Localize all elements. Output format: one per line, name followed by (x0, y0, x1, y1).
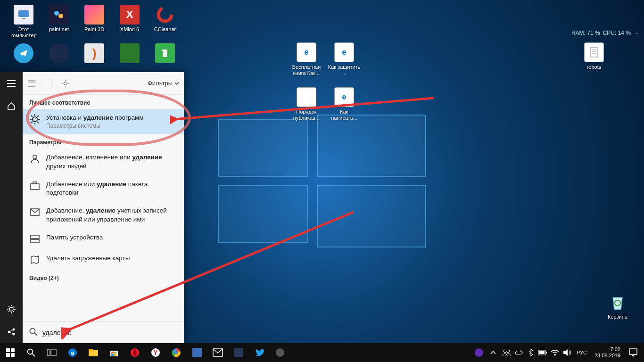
svg-point-76 (133, 349, 137, 356)
search-input[interactable] (42, 329, 177, 337)
result-add-remove-people[interactable]: Добавление, изменение или удаление други… (23, 148, 184, 175)
svg-point-39 (33, 117, 37, 122)
system-monitor-widget: RAM: 71 % CPU: 14 % → (571, 30, 639, 36)
svg-rect-89 (539, 351, 545, 354)
desktop-icon-paint3d[interactable]: Paint 3D (78, 5, 111, 33)
tray-clock[interactable]: 7:0223.06.2019 (591, 346, 624, 359)
svg-point-48 (33, 155, 37, 159)
desktop-icon-epdf2[interactable]: eКак защитить ... (328, 42, 361, 76)
tray-volume-icon[interactable] (561, 343, 573, 362)
svg-rect-59 (11, 348, 15, 352)
desktop-icon-robots[interactable]: robots (578, 42, 611, 70)
taskbar-app1[interactable] (187, 343, 207, 362)
svg-rect-50 (33, 182, 37, 184)
svg-rect-72 (114, 352, 116, 354)
tray-bluetooth-icon[interactable] (526, 343, 536, 362)
tray-wifi-icon[interactable] (549, 343, 561, 362)
tray-alice[interactable] (472, 343, 486, 362)
svg-point-28 (13, 333, 15, 336)
desktop-icon-this-pc[interactable]: Этоткомпьютер (7, 5, 40, 39)
desktop-icon-edge-doc[interactable]: eКак написать... (328, 87, 361, 121)
svg-point-83 (276, 348, 284, 357)
svg-rect-31 (28, 80, 35, 87)
result-app-accounts[interactable]: Добавление, удаление учетных записей при… (23, 202, 184, 228)
tray-language[interactable]: РУС (574, 350, 590, 355)
start-button[interactable] (0, 343, 21, 362)
storage-icon (29, 233, 41, 245)
gear-icon (29, 114, 41, 125)
start-search-panel: Фильтры Лучшее соответствие Установка и … (0, 72, 184, 343)
svg-rect-71 (111, 352, 114, 354)
taskbar-chrome[interactable] (166, 343, 187, 362)
svg-line-47 (37, 115, 39, 117)
filters-dropdown[interactable]: Фильтры (148, 80, 179, 87)
desktop-icon-app2[interactable] (42, 43, 75, 65)
svg-line-22 (8, 306, 9, 307)
parameters-heading: Параметры (23, 134, 184, 148)
system-tray: РУС 7:0223.06.2019 (469, 343, 644, 362)
svg-text:e: e (71, 349, 74, 356)
taskbar-twitter[interactable] (249, 343, 270, 362)
svg-line-45 (37, 122, 39, 123)
taskbar-app3[interactable] (270, 343, 290, 362)
header-documents-icon[interactable] (44, 79, 53, 88)
header-settings-icon[interactable] (61, 79, 70, 88)
svg-line-25 (13, 306, 14, 307)
svg-rect-4 (18, 10, 29, 17)
desktop-icon-recycle-bin[interactable]: Корзина (601, 292, 634, 320)
result-install-remove-programs[interactable]: Установка и удаление программПараметры с… (23, 109, 184, 134)
account-icon (29, 153, 41, 165)
header-apps-icon[interactable] (27, 79, 36, 88)
taskbar-explorer[interactable] (83, 343, 104, 362)
desktop-icon-xmind[interactable]: XXMind 6 (113, 5, 146, 33)
svg-line-63 (32, 354, 35, 356)
search-header: Фильтры (23, 72, 184, 95)
svg-line-44 (31, 115, 33, 117)
svg-rect-64 (47, 350, 50, 355)
desktop-icon-telegram[interactable] (7, 43, 40, 65)
result-device-storage[interactable]: Память устройства (23, 229, 184, 249)
map-icon (29, 254, 41, 265)
rail-home-button[interactable] (0, 95, 23, 117)
desktop-icon-doc1[interactable]: Порядок публикац... (290, 87, 323, 121)
rail-share-button[interactable] (0, 321, 23, 343)
tray-action-center-icon[interactable] (625, 343, 641, 362)
svg-line-46 (31, 122, 33, 123)
taskbar-app2[interactable] (228, 343, 249, 362)
svg-rect-53 (31, 239, 39, 243)
svg-rect-65 (51, 350, 57, 355)
result-delete-maps[interactable]: Удалить загруженные карты (23, 249, 184, 270)
tray-people-icon[interactable] (500, 343, 512, 362)
svg-rect-9 (590, 48, 598, 57)
desktop-icon-paintnet[interactable]: paint.net (42, 5, 75, 33)
taskbar-store[interactable] (104, 343, 124, 362)
svg-point-26 (8, 331, 10, 333)
taskbar-search-button[interactable] (21, 343, 41, 362)
svg-point-85 (504, 350, 506, 353)
best-match-heading: Лучшее соответствие (23, 95, 184, 109)
task-view-button[interactable] (41, 343, 62, 362)
svg-line-30 (10, 332, 13, 334)
tray-chevron-up-icon[interactable] (487, 343, 499, 362)
rail-settings-button[interactable] (0, 298, 23, 321)
svg-rect-58 (6, 348, 10, 352)
desktop-icon-epdf1[interactable]: eБесплатная книга Как... (290, 42, 323, 76)
desktop-icon-ccleaner[interactable]: CCleaner (149, 5, 182, 33)
svg-point-6 (54, 11, 59, 16)
tray-battery-icon[interactable] (537, 343, 548, 362)
desktop-icon-app3[interactable]: ) (78, 43, 111, 65)
result-provisioning-package[interactable]: Добавление или удаление пакета подготовк… (23, 175, 184, 202)
tray-onedrive-icon[interactable] (513, 343, 525, 362)
taskbar-mail[interactable] (207, 343, 228, 362)
svg-point-90 (554, 355, 555, 356)
svg-rect-88 (546, 352, 547, 354)
svg-rect-61 (11, 353, 15, 357)
rail-menu-button[interactable] (0, 72, 23, 95)
desktop-icon-evernote[interactable] (149, 43, 182, 65)
desktop-icon-camtasia[interactable] (113, 43, 146, 65)
taskbar-edge[interactable]: e (62, 343, 83, 362)
taskbar-yandex[interactable]: Y (145, 343, 166, 362)
svg-point-8 (158, 8, 172, 21)
taskbar-opera[interactable] (124, 343, 145, 362)
svg-rect-5 (22, 18, 25, 19)
